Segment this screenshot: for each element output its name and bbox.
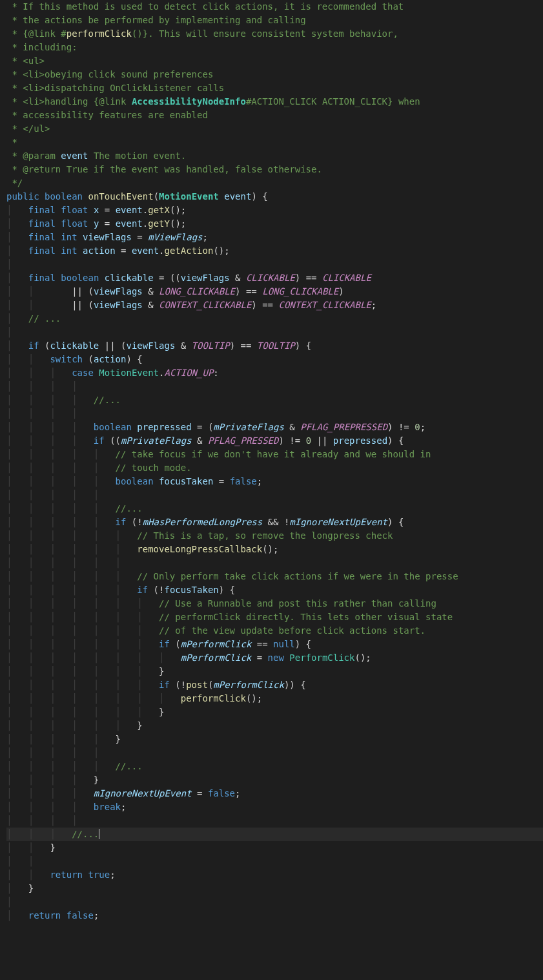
call-rlpc: removeLongPressCallback — [137, 544, 262, 554]
comment-take1: // take focus if we don't have it alread… — [116, 449, 431, 459]
var-focustaken: focusTaken — [159, 476, 213, 486]
const-pressed: PFLAG_PRESSED — [208, 435, 279, 446]
doc-link-ani: AccessibilityNodeInfo — [132, 96, 246, 107]
comment-take2: // touch mode. — [116, 463, 192, 473]
comment-r1: // Use a Runnable and post this rather t… — [159, 598, 436, 609]
param-event: event — [224, 191, 251, 202]
call-performclick: performClick — [181, 693, 246, 704]
type-me2: MotionEvent — [99, 368, 159, 378]
doc-line-12c: The motion event. — [88, 151, 186, 161]
ref-vf2: viewFlags — [94, 286, 143, 297]
ref-vf4: viewFlags — [126, 340, 175, 351]
method-name: onTouchEvent — [88, 191, 153, 202]
doc-line-6a: * <li> — [6, 69, 45, 79]
var-x: x — [94, 205, 99, 215]
kw-if1: if — [28, 340, 39, 351]
kw-false: false — [230, 476, 257, 486]
kw-final4: final — [28, 245, 56, 256]
field-mpf: mPrivateFlags — [213, 422, 284, 432]
const-tooltip: TOOLTIP — [192, 340, 230, 351]
comment-dots4: //... — [116, 761, 143, 771]
kw-final2: final — [28, 218, 56, 229]
field-mpc: mPerformClick — [181, 639, 252, 649]
kw-if4: if — [137, 585, 148, 595]
kw-return2: return — [28, 910, 61, 921]
var-clickable: clickable — [105, 273, 154, 283]
doc-line-8a: * <li> — [6, 96, 45, 107]
comment-r2: // performClick directly. This lets othe… — [159, 612, 453, 622]
const-ctxclick2: CONTEXT_CLICKABLE — [278, 300, 371, 310]
kw-float2: float — [61, 218, 88, 229]
doc-line-8b: handling {@link — [45, 96, 132, 107]
comment-r3: // of the view update before click actio… — [159, 625, 425, 636]
kw-if2: if — [94, 435, 105, 446]
comment-only: // Only perform take click actions if we… — [137, 571, 458, 581]
const-prepressed: PFLAG_PREPRESSED — [300, 422, 387, 432]
call-getaction: getAction — [165, 245, 214, 256]
ref-action: action — [94, 354, 127, 364]
doc-line-4: * including: — [6, 42, 77, 52]
kw-boolean4: boolean — [116, 476, 154, 486]
call-getx: getX — [148, 205, 170, 215]
doc-line-7a: * <li> — [6, 83, 45, 93]
kw-boolean3: boolean — [94, 422, 132, 432]
kw-null: null — [273, 639, 295, 649]
kw-public: public — [6, 191, 39, 202]
doc-line-1: * If this method is used to detect click… — [6, 1, 404, 12]
doc-line-3a: * {@link # — [6, 28, 67, 39]
text-cursor — [99, 829, 99, 839]
ref-event3: event — [132, 245, 159, 256]
type-motionevent: MotionEvent — [159, 191, 219, 202]
doc-line-10: * </ul> — [6, 123, 50, 134]
doc-line-13a: * @return — [6, 164, 67, 174]
kw-boolean2: boolean — [61, 273, 99, 283]
kw-final5: final — [28, 273, 56, 283]
kw-float: float — [61, 205, 88, 215]
ref-vf1: viewFlags — [181, 273, 230, 283]
field-minue: mIgnoreNextUpEvent — [289, 517, 387, 527]
doc-line-6b: obeying click sound preferences — [45, 69, 213, 79]
kw-if3: if — [116, 517, 127, 527]
doc-line-13b: True if the event was handled, false oth… — [67, 164, 322, 174]
ref-prepressed: prepressed — [333, 435, 387, 446]
const-ctxclick: CONTEXT_CLICKABLE — [159, 300, 251, 310]
doc-line-3c: ()}. This will ensure consistent system … — [132, 28, 398, 39]
doc-line-11: * — [6, 137, 17, 147]
kw-switch: switch — [50, 354, 83, 364]
kw-case: case — [72, 368, 94, 378]
kw-final: final — [28, 205, 56, 215]
var-viewflags: viewFlags — [83, 232, 132, 242]
num-zero2: 0 — [306, 435, 311, 446]
const-longclick: LONG_CLICKABLE — [159, 286, 235, 297]
comment-tap: // This is a tap, so remove the longpres… — [137, 530, 393, 541]
const-actionup: ACTION_UP — [164, 368, 213, 378]
code-editor[interactable]: * If this method is used to detect click… — [0, 0, 543, 923]
doc-link-performclick: performClick — [67, 28, 132, 39]
num-zero: 0 — [415, 422, 420, 432]
ref-focustaken: focusTaken — [164, 585, 218, 595]
field-mpc2: mPerformClick — [181, 652, 252, 663]
comment-dots1: // ... — [28, 313, 61, 324]
var-y: y — [94, 218, 99, 229]
var-prepressed: prepressed — [137, 422, 191, 432]
doc-line-2: * the actions be performed by implementi… — [6, 15, 306, 25]
kw-final3: final — [28, 232, 56, 242]
kw-true: true — [88, 870, 110, 880]
kw-break: break — [94, 802, 121, 812]
kw-return1: return — [50, 870, 83, 880]
kw-if6: if — [159, 680, 170, 690]
kw-int2: int — [61, 245, 77, 256]
field-minue2: mIgnoreNextUpEvent — [94, 788, 192, 798]
doc-line-12a: * @param — [6, 151, 61, 161]
kw-boolean: boolean — [45, 191, 83, 202]
const-clickable2: CLICKABLE — [322, 273, 371, 283]
kw-if5: if — [159, 639, 170, 649]
comment-dots3: //... — [116, 503, 143, 514]
ref-clickable: clickable — [50, 340, 99, 351]
ref-event: event — [116, 205, 143, 215]
var-action: action — [83, 245, 116, 256]
code-content: * If this method is used to detect click… — [6, 1, 543, 921]
call-post: post — [186, 680, 208, 690]
doc-param-name: event — [61, 151, 88, 161]
call-gety: getY — [148, 218, 170, 229]
